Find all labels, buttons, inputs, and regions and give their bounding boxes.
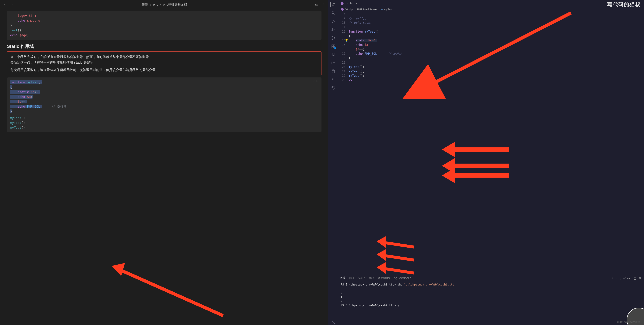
extensions-badge: 1 [334, 47, 336, 49]
document-viewer: ← → 讲课 / php / php基础课程文档 ▭ ⋮ $age= 35 ; … [0, 0, 328, 325]
book-icon[interactable]: ▭ [315, 2, 318, 6]
folder-icon[interactable] [331, 60, 336, 65]
code-block-bottom: PHP function myTest() { static $a=0; ech… [7, 77, 322, 132]
svg-point-14 [332, 70, 335, 71]
terminal-output[interactable]: PS E:\phpstudy_pro\WWW\ceshi.ttt> php "e… [338, 282, 644, 325]
bc-file[interactable]: 10.php [345, 8, 353, 11]
explorer-icon[interactable] [330, 2, 336, 7]
tab-sql-console[interactable]: SQL CONSOLE [394, 277, 411, 280]
tab-debug-console[interactable]: 调试控制台 [378, 277, 390, 280]
editor-body[interactable]: 891011121314151617181920212223 // test()… [338, 12, 644, 275]
close-icon[interactable]: ✕ [356, 2, 358, 5]
vscode-window: 1 ⬤ 10.php ✕ ⬤ 10.php › PHP IntelliSense… [328, 0, 644, 325]
bookmark-icon[interactable] [331, 52, 336, 57]
language-tag: PHP [313, 79, 318, 83]
tab-problems[interactable]: 问题 1 [358, 277, 366, 280]
svg-rect-13 [334, 45, 335, 46]
chevron-down-icon[interactable]: ⌄ [616, 277, 618, 280]
callout-line: 当一个函数完成时，它的所有变量通常都会被删除。然而，有时候希望某个局部变量不要被… [10, 54, 318, 60]
bottom-panel: 终端 端口 问题 1 输出 调试控制台 SQL CONSOLE + ⌄ ▷ Co… [338, 275, 644, 325]
php-file-icon: ⬤ [341, 8, 344, 11]
svg-rect-11 [332, 46, 333, 48]
watermark-text: 写代码的猫叔 [607, 1, 640, 8]
svg-point-16 [332, 321, 334, 323]
csdn-watermark: CSDN @写代码的猫叔 [617, 321, 640, 324]
cube-icon: ◈ [381, 8, 383, 11]
more-icon[interactable]: ⋮ [322, 2, 325, 6]
doc-header: ← → 讲课 / php / php基础课程文档 ▭ ⋮ [0, 0, 328, 9]
svg-point-8 [332, 39, 333, 40]
section-title: Static 作用域 [7, 43, 322, 49]
php-file-icon: ⬤ [340, 2, 344, 5]
search-icon[interactable] [331, 10, 336, 15]
svg-marker-5 [332, 28, 334, 31]
forward-icon[interactable]: → [10, 2, 14, 6]
code-lines[interactable]: // test(); // echo $age; function myTest… [348, 12, 644, 275]
panel-tabs: 终端 端口 问题 1 输出 调试控制台 SQL CONSOLE + ⌄ ▷ Co… [338, 275, 644, 282]
callout-line: 每次调用该函数时，该变量将会保留着函数前一次被调用时的值，但是该变量仍然是函数的… [10, 67, 318, 73]
extensions-icon[interactable]: 1 [331, 44, 336, 49]
split-icon[interactable]: ◫ [634, 277, 636, 280]
run-icon[interactable] [331, 19, 336, 24]
back-icon[interactable]: ← [4, 2, 7, 6]
lightbulb-icon[interactable]: 💡 [345, 38, 348, 43]
svg-marker-4 [332, 20, 335, 23]
svg-point-2 [332, 11, 334, 14]
source-control-icon[interactable] [331, 35, 336, 40]
database-icon[interactable] [331, 69, 336, 74]
code-block-top: $age= 35 ; echo $maoshu; } test(); echo … [7, 11, 322, 40]
tab-file[interactable]: ⬤ 10.php ✕ [338, 0, 360, 6]
svg-point-9 [334, 37, 335, 38]
tab-output[interactable]: 输出 [369, 277, 374, 280]
bc-symbol[interactable]: myTest [384, 8, 392, 11]
debug-icon[interactable] [331, 27, 336, 32]
tab-terminal[interactable]: 终端 [340, 276, 346, 280]
code-circle-icon[interactable] [331, 85, 336, 90]
tab-row: ⬤ 10.php ✕ [338, 0, 644, 6]
tab-label: 10.php [345, 2, 353, 5]
editor-breadcrumb: ⬤ 10.php › PHP IntelliSense › ◈ myTest [338, 6, 644, 12]
account-icon[interactable] [331, 320, 336, 325]
breadcrumb-segment[interactable]: php基础课程文档 [163, 3, 187, 6]
breadcrumb-segment[interactable]: 讲课 [142, 3, 148, 6]
svg-line-3 [334, 13, 335, 14]
callout-box: 当一个函数完成时，它的所有变量通常都会被删除。然而，有时候希望某个局部变量不要被… [7, 51, 322, 75]
quote-icon[interactable] [331, 77, 336, 82]
bc-provider[interactable]: PHP IntelliSense [357, 8, 376, 11]
svg-point-7 [332, 36, 333, 37]
new-terminal-icon[interactable]: + [612, 277, 613, 280]
editor-area: ⬤ 10.php ✕ ⬤ 10.php › PHP IntelliSense ›… [338, 0, 644, 325]
code-pill[interactable]: ▷ Code [620, 277, 631, 280]
line-gutter: 891011121314151617181920212223 [338, 12, 348, 275]
callout-line: 要做到这一点，请在第一次声明变量时使用 static 关键字 [10, 60, 318, 65]
svg-rect-10 [332, 45, 333, 46]
trash-icon[interactable]: 🗑 [639, 277, 642, 280]
doc-content: $age= 35 ; echo $maoshu; } test(); echo … [0, 9, 328, 141]
tab-ports[interactable]: 端口 [349, 277, 354, 280]
activity-bar: 1 [328, 0, 338, 325]
doc-breadcrumb: 讲课 / php / php基础课程文档 [17, 2, 312, 6]
breadcrumb-segment[interactable]: php [153, 3, 158, 6]
